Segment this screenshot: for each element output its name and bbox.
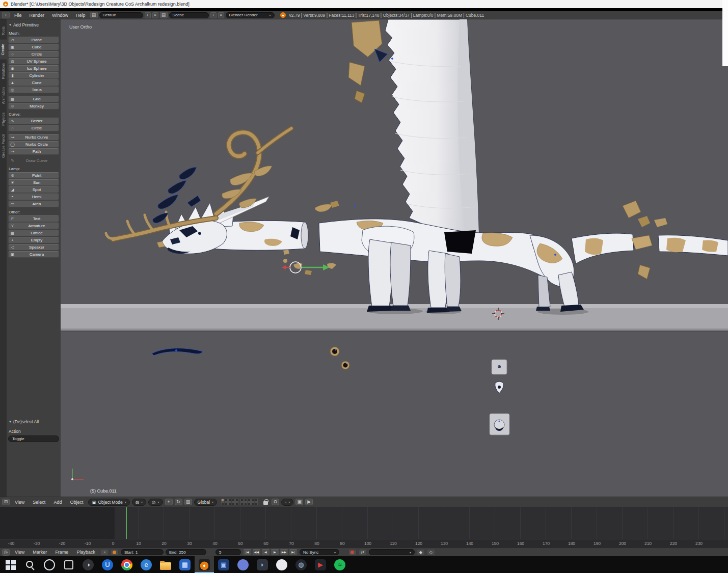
mode-dropdown[interactable]: ▣ Object Mode ▾	[88, 499, 129, 506]
snap-magnet-icon[interactable]: Ω	[272, 499, 279, 505]
manipulator-rotate-button[interactable]: ↻	[175, 499, 182, 505]
app-discord[interactable]	[233, 556, 253, 573]
menu-help[interactable]: Help	[73, 13, 89, 18]
lock-time-toggle[interactable]	[111, 549, 119, 556]
tool-button-nurbs-curve[interactable]: ↝Nurbs Curve	[8, 134, 59, 141]
lock-icon[interactable]	[262, 499, 269, 505]
tool-button-grid[interactable]: ▦Grid	[8, 96, 59, 102]
sync-dropdown[interactable]: No Sync ▾	[300, 549, 339, 555]
toolshelf-tab-animation[interactable]: Animation	[1, 83, 7, 108]
info-editor-type-button[interactable]: i	[2, 12, 10, 18]
layer-toggle-10[interactable]	[235, 502, 238, 505]
tool-button-plane[interactable]: ▱Plane	[8, 37, 59, 43]
viewport-3d[interactable]: User Ortho (5) Cube.011	[61, 19, 728, 497]
action-toggle-dropdown[interactable]: Toggle	[8, 435, 59, 442]
tool-button-hemi[interactable]: ◓Hemi	[8, 194, 59, 200]
app-dark-sphere[interactable]: ◍	[291, 556, 311, 573]
scene-add-button[interactable]: +	[210, 12, 217, 18]
snap-element-dropdown[interactable]: ▫ ▾	[281, 499, 293, 506]
layer-toggle-16[interactable]	[240, 502, 244, 505]
app-edge[interactable]: e	[137, 556, 156, 573]
layer-toggle-11[interactable]	[240, 499, 244, 502]
screen-layout-add-button[interactable]: +	[145, 12, 151, 18]
screen-layout-delete-button[interactable]: ×	[152, 12, 158, 18]
menu-render[interactable]: Render	[26, 13, 48, 18]
vp-menu-object[interactable]: Object	[67, 500, 86, 505]
preview-range-toggle[interactable]: ◔	[100, 549, 109, 556]
tool-button-point[interactable]: ⊙Point	[8, 172, 59, 179]
layer-cluster-2[interactable]	[240, 499, 258, 505]
layer-toggle-14[interactable]	[251, 499, 254, 502]
layer-toggle-9[interactable]	[232, 502, 235, 505]
tool-button-torus[interactable]: ◎Torus	[8, 87, 59, 93]
below-ground-pieces[interactable]	[152, 347, 509, 435]
layer-toggle-15[interactable]	[255, 499, 258, 502]
toolshelf-tab-grease-pencil[interactable]: Grease Pencil	[1, 130, 7, 162]
opengl-render-anim-button[interactable]: ▶	[305, 499, 313, 505]
app-file-explorer[interactable]	[156, 556, 175, 573]
vp-menu-select[interactable]: Select	[30, 500, 48, 505]
layer-toggle-2[interactable]	[225, 499, 228, 502]
tl-menu-playback[interactable]: Playback	[73, 550, 98, 555]
pivot-point-dropdown[interactable]: ◎ ▾	[148, 499, 163, 506]
menu-file[interactable]: File	[11, 13, 25, 18]
tool-button-nurbs-circle[interactable]: ◯Nurbs Circle	[8, 141, 59, 148]
tool-button-uv-sphere[interactable]: ◍UV Sphere	[8, 58, 59, 65]
creature-body[interactable]	[169, 219, 728, 313]
layer-toggle-12[interactable]	[244, 499, 247, 502]
frame-end-field[interactable]: End: 250	[166, 549, 206, 555]
tool-button-area[interactable]: ▭Area	[8, 201, 59, 207]
app-unity[interactable]: U	[98, 556, 117, 573]
tool-button-armature[interactable]: YArmature	[8, 223, 59, 229]
toolshelf-tab-tools[interactable]: Tools	[1, 22, 7, 40]
record-button[interactable]	[348, 549, 357, 556]
tool-button-bezier[interactable]: ∿Bezier	[8, 118, 59, 124]
play-reverse-button[interactable]: ◀	[261, 549, 270, 556]
manipulator-scale-button[interactable]: ▧	[184, 499, 192, 505]
autokey-toggle[interactable]: ⇄	[359, 549, 367, 556]
toolshelf-tab-relations[interactable]: Relations	[1, 59, 7, 83]
layer-toggle-3[interactable]	[228, 499, 231, 502]
tool-button-cylinder[interactable]: ▮Cylinder	[8, 72, 59, 79]
tl-menu-marker[interactable]: Marker	[30, 550, 50, 555]
cortana-button[interactable]	[40, 556, 59, 573]
current-frame-playhead[interactable]	[126, 507, 127, 539]
task-view-button[interactable]	[59, 556, 78, 573]
layer-toggle-13[interactable]	[248, 499, 251, 502]
layer-toggle-8[interactable]	[228, 502, 231, 505]
tool-button-path[interactable]: ⇢Path	[8, 148, 59, 155]
app-blue-window[interactable]: ▦	[175, 556, 195, 573]
app-monitor[interactable]: ▣	[214, 556, 233, 573]
tool-button-sun[interactable]: ☀Sun	[8, 179, 59, 186]
search-button[interactable]	[20, 556, 40, 573]
layer-toggles[interactable]	[221, 499, 258, 505]
play-button[interactable]: ▶	[271, 549, 279, 556]
viewport-canvas[interactable]	[61, 19, 728, 497]
tool-button-circle[interactable]: ○Circle	[8, 51, 59, 58]
jump-to-prev-keyframe-button[interactable]: ◀◀	[252, 549, 261, 556]
menu-window[interactable]: Window	[49, 13, 71, 18]
tl-menu-frame[interactable]: Frame	[52, 550, 71, 555]
vp-menu-view[interactable]: View	[12, 500, 28, 505]
jump-to-end-button[interactable]: ▶|	[289, 549, 298, 556]
toolshelf-tab-create[interactable]: Create	[0, 40, 7, 60]
layer-toggle-5[interactable]	[235, 499, 238, 502]
insert-keyframe-button[interactable]: ◆	[417, 549, 425, 556]
layer-toggle-20[interactable]	[255, 502, 258, 505]
tool-button-cone[interactable]: ▲Cone	[8, 79, 59, 86]
tool-button-circle[interactable]: ◌Circle	[8, 125, 59, 131]
keying-set-field[interactable]: ▾	[369, 549, 415, 555]
timeline-ruler[interactable]: -40-30-20-100102030405060708090100110120…	[0, 539, 728, 548]
viewport-shading-dropdown[interactable]: ◍ ▾	[132, 499, 146, 506]
app-spotify[interactable]: ≈	[330, 556, 349, 573]
tool-button-speaker[interactable]: ◁Speaker	[8, 244, 59, 251]
app-white-circle[interactable]	[272, 556, 291, 573]
layer-toggle-18[interactable]	[248, 502, 251, 505]
creature-tail-column[interactable]	[348, 19, 479, 235]
transform-orientation-dropdown[interactable]: Global ▾	[194, 499, 218, 506]
tool-button-monkey[interactable]: ☺Monkey	[8, 103, 59, 110]
tool-button-spot[interactable]: ◢Spot	[8, 186, 59, 193]
vp-menu-add[interactable]: Add	[50, 500, 65, 505]
layer-toggle-19[interactable]	[251, 502, 254, 505]
app-youtube[interactable]: ▶	[311, 556, 330, 573]
